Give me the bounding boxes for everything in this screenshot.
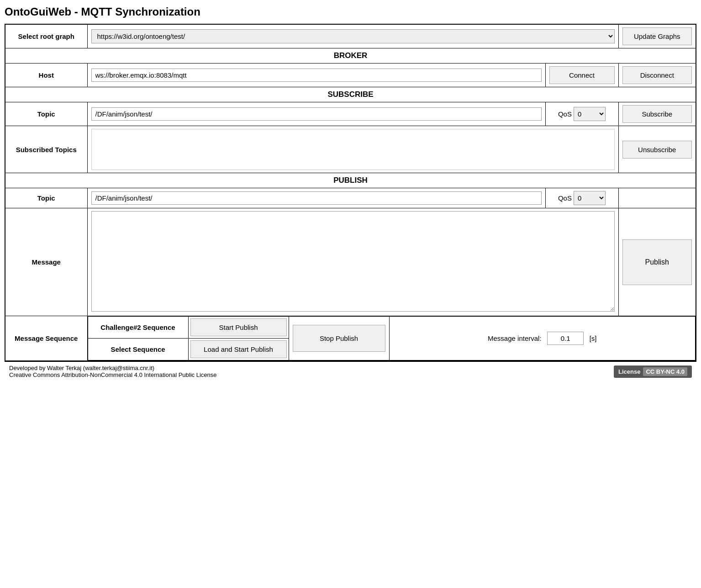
publish-header-row: PUBLISH bbox=[5, 173, 696, 188]
publish-qos-select[interactable]: 0 1 2 bbox=[574, 191, 606, 205]
subscribe-qos-cell: QoS 0 1 2 bbox=[545, 102, 618, 126]
connect-button[interactable]: Connect bbox=[549, 66, 615, 84]
message-textarea-cell bbox=[87, 208, 618, 316]
subscribe-qos-label: QoS bbox=[558, 110, 572, 118]
disconnect-button[interactable]: Disconnect bbox=[622, 66, 692, 84]
root-graph-select-cell: https://w3id.org/ontoeng/test/ bbox=[87, 24, 618, 48]
publish-btn-cell: Publish bbox=[618, 208, 696, 316]
footer: Developed by Walter Terkaj (walter.terka… bbox=[5, 361, 696, 381]
connect-cell: Connect bbox=[545, 64, 618, 87]
footer-credits: Developed by Walter Terkaj (walter.terka… bbox=[9, 365, 217, 378]
subscribe-button[interactable]: Subscribe bbox=[622, 105, 692, 123]
subscribed-topics-row: Subscribed Topics Unsubscribe bbox=[5, 126, 696, 173]
main-table: Select root graph https://w3id.org/ontoe… bbox=[5, 24, 696, 361]
unsubscribe-button[interactable]: Unsubscribe bbox=[622, 141, 692, 159]
challenge-label: Challenge#2 Sequence bbox=[88, 317, 188, 339]
start-publish-button[interactable]: Start Publish bbox=[190, 318, 287, 336]
message-textarea[interactable] bbox=[91, 211, 615, 312]
load-and-start-button[interactable]: Load and Start Publish bbox=[190, 340, 287, 358]
page-title: OntoGuiWeb - MQTT Synchronization bbox=[5, 5, 696, 18]
message-sequence-label: Message Sequence bbox=[5, 316, 87, 361]
seq-row-1: Challenge#2 Sequence Start Publish Stop … bbox=[88, 317, 696, 339]
load-start-cell: Load and Start Publish bbox=[188, 339, 289, 360]
message-interval-label: Message interval: bbox=[488, 334, 542, 342]
root-graph-row: Select root graph https://w3id.org/ontoe… bbox=[5, 24, 696, 48]
broker-header-row: BROKER bbox=[5, 48, 696, 64]
update-graphs-button[interactable]: Update Graphs bbox=[622, 27, 692, 45]
publish-topic-input[interactable] bbox=[91, 191, 542, 205]
host-input[interactable] bbox=[91, 69, 542, 82]
subscribe-topic-input-cell bbox=[87, 102, 545, 126]
start-publish-cell: Start Publish bbox=[188, 317, 289, 339]
message-interval-input[interactable] bbox=[547, 332, 584, 345]
subscribe-section-header: SUBSCRIBE bbox=[5, 87, 696, 102]
subscribe-topic-row: Topic QoS 0 1 2 Subscribe bbox=[5, 102, 696, 126]
publish-topic-label: Topic bbox=[5, 188, 87, 208]
publish-qos-cell: QoS 0 1 2 bbox=[545, 188, 618, 208]
credit-line2: Creative Commons Attribution-NonCommerci… bbox=[9, 371, 217, 378]
subscribe-topic-label: Topic bbox=[5, 102, 87, 126]
publish-qos-right-cell bbox=[618, 188, 696, 208]
select-sequence-label: Select Sequence bbox=[88, 339, 188, 360]
subscribe-btn-cell: Subscribe bbox=[618, 102, 696, 126]
host-label: Host bbox=[5, 64, 87, 87]
message-sequence-content-cell: Challenge#2 Sequence Start Publish Stop … bbox=[87, 316, 696, 361]
credit-line1: Developed by Walter Terkaj (walter.terka… bbox=[9, 365, 217, 371]
publish-topic-input-cell bbox=[87, 188, 545, 208]
update-graphs-cell: Update Graphs bbox=[618, 24, 696, 48]
publish-topic-row: Topic QoS 0 1 2 bbox=[5, 188, 696, 208]
root-graph-select[interactable]: https://w3id.org/ontoeng/test/ bbox=[91, 29, 615, 43]
subscribed-topics-label: Subscribed Topics bbox=[5, 126, 87, 173]
host-row: Host Connect Disconnect bbox=[5, 64, 696, 87]
subscribe-topic-input[interactable] bbox=[91, 107, 542, 121]
interval-cell: Message interval: [s] bbox=[389, 317, 696, 360]
subscribed-topics-cell bbox=[87, 126, 618, 173]
root-graph-label: Select root graph bbox=[5, 24, 87, 48]
message-sequence-row: Message Sequence Challenge#2 Sequence St… bbox=[5, 316, 696, 361]
license-label: License bbox=[618, 368, 640, 375]
license-badge: License CC BY-NC 4.0 bbox=[614, 366, 692, 378]
disconnect-cell: Disconnect bbox=[618, 64, 696, 87]
publish-section-header: PUBLISH bbox=[5, 173, 696, 188]
message-row: Message Publish bbox=[5, 208, 696, 316]
stop-publish-cell: Stop Publish bbox=[289, 317, 389, 360]
license-type: CC BY-NC 4.0 bbox=[643, 367, 687, 376]
interval-unit: [s] bbox=[590, 334, 597, 342]
subscribe-qos-select[interactable]: 0 1 2 bbox=[574, 107, 606, 121]
publish-button[interactable]: Publish bbox=[622, 239, 692, 285]
message-sequence-table: Challenge#2 Sequence Start Publish Stop … bbox=[88, 316, 696, 360]
message-label: Message bbox=[5, 208, 87, 316]
broker-section-header: BROKER bbox=[5, 48, 696, 64]
subscribed-topics-box[interactable] bbox=[91, 129, 615, 170]
unsubscribe-btn-cell: Unsubscribe bbox=[618, 126, 696, 173]
stop-publish-button[interactable]: Stop Publish bbox=[293, 325, 385, 352]
subscribe-header-row: SUBSCRIBE bbox=[5, 87, 696, 102]
publish-qos-label: QoS bbox=[558, 194, 572, 202]
host-input-cell bbox=[87, 64, 545, 87]
